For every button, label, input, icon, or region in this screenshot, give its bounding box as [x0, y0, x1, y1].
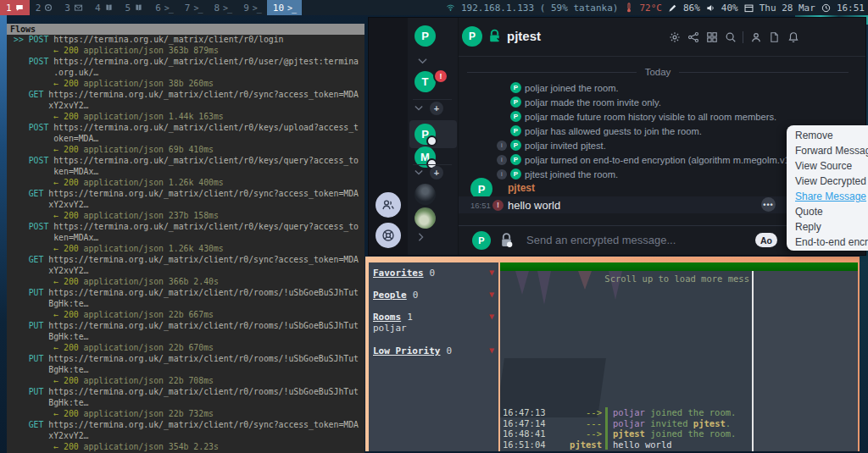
buffer-item[interactable]: poljar: [373, 323, 407, 334]
flow-line[interactable]: ← 200 application/json 1.26k 430ms: [14, 244, 364, 255]
workspace-number: 8: [214, 3, 220, 14]
menu-item-reply[interactable]: Reply: [787, 219, 868, 235]
room-avatar-image[interactable]: [415, 207, 436, 229]
help-button[interactable]: [376, 223, 401, 248]
flow-line[interactable]: ← 200 application/json 22b 708ms: [14, 376, 364, 387]
group-header-rooms[interactable]: Rooms1: [373, 312, 413, 323]
flow-line[interactable]: xY2xvY2…: [14, 266, 364, 277]
flow-line[interactable]: GET https://termina.org.uk/_matrix/clien…: [14, 90, 364, 101]
workspace-4[interactable]: 4: [89, 0, 120, 15]
group-header-favorites[interactable]: Favorites0: [373, 268, 435, 279]
message-options-button[interactable]: •••: [761, 197, 776, 212]
flow-line[interactable]: ← 200 application/json 1.44k 163ms: [14, 112, 364, 123]
menu-item-view-decrypted-s[interactable]: View Decrypted S: [787, 174, 868, 189]
search-icon[interactable]: [724, 30, 737, 43]
wallpaper-art: [578, 271, 592, 290]
flow-line[interactable]: PUT https://termina.org.uk/_matrix/clien…: [14, 387, 364, 398]
members-button[interactable]: [376, 192, 401, 218]
workspace-9[interactable]: 9>_: [237, 0, 267, 15]
room-avatar-pjtest[interactable]: P: [415, 124, 436, 145]
chevron-down-icon[interactable]: [418, 58, 427, 64]
workspace-number: 3: [64, 3, 70, 14]
event-avatar: P: [510, 168, 521, 180]
workspace-8[interactable]: 8>_: [208, 0, 237, 15]
menu-item-quote[interactable]: Quote: [787, 204, 868, 219]
chevron-right-icon[interactable]: [418, 233, 424, 241]
room-avatar-image[interactable]: [415, 184, 436, 205]
workspace-1[interactable]: 1: [0, 0, 30, 15]
menu-item-end-to-end-encry[interactable]: End-to-end encry: [787, 235, 868, 250]
format-button[interactable]: Ao: [755, 233, 777, 247]
flow-line[interactable]: BgHk:te…: [14, 365, 364, 376]
notifications-bell-icon[interactable]: [787, 30, 799, 43]
flow-line[interactable]: .org.uk/…: [14, 68, 364, 79]
workspace-7[interactable]: 7>_: [179, 0, 209, 15]
wallpaper-left-strip: [0, 15, 7, 453]
workspace-10[interactable]: 10>_: [267, 0, 302, 15]
menu-item-share-message[interactable]: Share Message: [787, 189, 868, 204]
user-avatar[interactable]: P: [415, 25, 436, 47]
message-input[interactable]: Send an encrypted message...: [526, 234, 676, 246]
flow-line[interactable]: ken=MDAx…: [14, 233, 364, 244]
prefix-separator: [605, 439, 608, 450]
flow-line[interactable]: BgHk:te…: [14, 332, 364, 343]
flow-line[interactable]: PUT https://termina.org.uk/_matrix/clien…: [14, 321, 364, 332]
flow-line[interactable]: ← 200 application/json 22b 670ms: [14, 343, 364, 354]
flow-line[interactable]: ← 200 application/json 366b 2.40s: [14, 277, 364, 288]
flow-line[interactable]: ← 200 application/json 354b 2.23s: [14, 442, 364, 453]
workspace-2[interactable]: 2: [30, 0, 59, 15]
workspace-6[interactable]: 6>_: [149, 0, 179, 15]
mitmproxy-flows-title: Flows: [7, 24, 364, 35]
flow-line[interactable]: >> POST https://termina.org.uk/_matrix/c…: [14, 35, 364, 46]
group-header-people[interactable]: People0: [373, 290, 418, 301]
chevron-down-icon[interactable]: [415, 105, 423, 111]
flow-line[interactable]: ← 200 application/json 22b 732ms: [14, 409, 364, 420]
flow-line[interactable]: ← 200 application/json 1.26k 400ms: [14, 178, 364, 189]
settings-gear-icon[interactable]: [668, 30, 681, 43]
share-icon[interactable]: [687, 30, 699, 43]
add-room-button[interactable]: +: [430, 102, 443, 115]
apps-grid-icon[interactable]: [705, 30, 718, 43]
workspace-3[interactable]: 3: [58, 0, 89, 15]
menu-item-remove[interactable]: Remove: [787, 128, 868, 143]
title-bar: [500, 262, 858, 271]
flow-line[interactable]: POST https://termina.org.uk/_matrix/clie…: [14, 222, 364, 233]
menu-item-view-source[interactable]: View Source: [787, 158, 868, 174]
chevron-down-icon[interactable]: [415, 169, 423, 175]
weechat-window-border: Favorites0▼People0▼Rooms1▼poljarLow Prio…: [365, 257, 860, 451]
date: Thu 28 Mar: [760, 3, 815, 14]
log-line: 16:47:13-->poljar joined the room.: [500, 407, 752, 418]
members-icon[interactable]: [749, 30, 762, 43]
menu-item-forward-message[interactable]: Forward Message: [787, 143, 868, 158]
flow-line[interactable]: PUT https://termina.org.uk/_matrix/clien…: [14, 288, 364, 299]
flow-line[interactable]: POST https://termina.org.uk/_matrix/clie…: [14, 123, 364, 134]
files-icon[interactable]: [768, 30, 781, 43]
flow-line[interactable]: oken=MDA…: [14, 134, 364, 145]
flow-line[interactable]: ← 200 application/json 22b 667ms: [14, 310, 364, 321]
room-header-avatar[interactable]: P: [462, 26, 482, 47]
workspace-number: 9: [243, 3, 249, 14]
group-header-low-priority[interactable]: Low Priority0: [373, 345, 452, 356]
flow-line[interactable]: ← 200 application/json 69b 410ms: [14, 145, 364, 156]
event-avatar: P: [510, 140, 521, 151]
message-timestamp: 16:51: [470, 201, 492, 210]
flow-line[interactable]: xY2xvY2…: [14, 431, 364, 442]
flow-line[interactable]: xY2xvY2…: [14, 200, 364, 211]
flow-line[interactable]: GET https://termina.org.uk/_matrix/clien…: [14, 255, 364, 266]
flow-line[interactable]: ← 200 application/json 38b 260ms: [14, 79, 364, 90]
flow-line[interactable]: GET https://termina.org.uk/_matrix/clien…: [14, 420, 364, 431]
flow-line[interactable]: BgHk:te…: [14, 299, 364, 310]
add-room-button[interactable]: +: [430, 166, 443, 180]
flow-line[interactable]: POST https://termina.org.uk/_matrix/clie…: [14, 57, 364, 68]
flow-line[interactable]: ken=MDAx…: [14, 167, 364, 178]
temperature: 72°C: [639, 3, 662, 14]
desktop: 123456>_7>_8>_9>_10>_ 192.168.1.133 ( 59…: [0, 0, 868, 453]
flow-line[interactable]: POST https://termina.org.uk/_matrix/clie…: [14, 156, 364, 167]
flow-line[interactable]: GET https://termina.org.uk/_matrix/clien…: [14, 189, 364, 200]
flow-line[interactable]: ← 200 application/json 363b 879ms: [14, 46, 364, 57]
workspace-5[interactable]: 5: [120, 0, 150, 15]
flow-line[interactable]: xY2xvY2…: [14, 101, 364, 112]
flow-line[interactable]: PUT https://termina.org.uk/_matrix/clien…: [14, 354, 364, 365]
flow-line[interactable]: BgHk:te…: [14, 398, 364, 409]
flow-line[interactable]: ← 200 application/json 237b 158ms: [14, 211, 364, 222]
